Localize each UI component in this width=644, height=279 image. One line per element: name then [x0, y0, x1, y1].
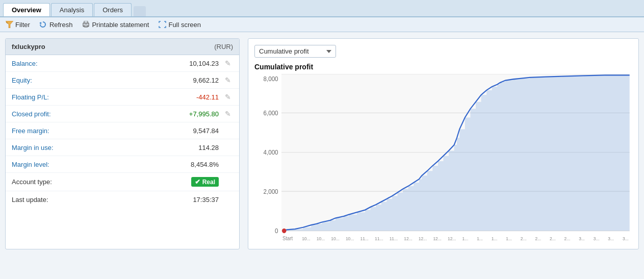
svg-text:10...: 10...: [317, 236, 325, 241]
last-update-value: 17:35:37: [178, 196, 219, 204]
chart-panel: Cumulative profit Balance Equity Profit …: [248, 38, 639, 249]
check-icon: ✔: [195, 178, 200, 186]
svg-text:10...: 10...: [331, 236, 339, 241]
refresh-icon: [39, 20, 47, 29]
margin-level-value: 8,454.8%: [178, 161, 219, 168]
real-label: Real: [202, 179, 215, 186]
equity-edit-icon[interactable]: ✎: [223, 76, 233, 84]
equity-value: 9,662.12: [178, 77, 219, 84]
last-update-label: Last update:: [12, 196, 178, 204]
closed-profit-edit-icon[interactable]: ✎: [223, 110, 233, 118]
svg-text:3...: 3...: [594, 236, 600, 241]
table-row: Floating P/L: -442.11 ✎: [6, 89, 239, 106]
margin-use-label: Margin in use:: [12, 144, 178, 151]
real-badge: ✔ Real: [191, 177, 219, 187]
table-row: Balance: 10,104.23 ✎: [6, 55, 239, 72]
svg-text:2...: 2...: [564, 236, 571, 241]
tab-overview[interactable]: Overview: [3, 3, 50, 16]
svg-text:Start: Start: [282, 235, 293, 241]
svg-text:3...: 3...: [623, 236, 629, 241]
margin-use-value: 114.28: [178, 144, 219, 151]
printable-label: Printable statement: [92, 21, 149, 29]
toolbar: Filter Refresh Printable statement Full …: [0, 17, 644, 32]
account-type-label: Account type:: [12, 178, 191, 186]
printable-button[interactable]: Printable statement: [82, 20, 149, 29]
filter-icon: [5, 20, 13, 29]
account-currency: (RUR): [214, 43, 233, 50]
chart-area: Cumulative profit 0 2,000 4,000 6,000 8,…: [254, 63, 632, 243]
print-icon: [82, 20, 90, 29]
floating-edit-icon[interactable]: ✎: [223, 93, 233, 101]
svg-text:0: 0: [275, 227, 278, 235]
table-row: Closed profit: +7,995.80 ✎: [6, 106, 239, 122]
svg-text:12...: 12...: [404, 236, 412, 241]
balance-label: Balance:: [12, 60, 178, 67]
panel-header: fxluckypro (RUR): [6, 39, 239, 55]
account-type-value: ✔ Real: [191, 177, 219, 187]
account-name: fxluckypro: [12, 43, 45, 50]
svg-text:11...: 11...: [390, 236, 398, 241]
closed-profit-value: +7,995.80: [178, 110, 219, 118]
chart-title: Cumulative profit: [254, 63, 632, 71]
refresh-label: Refresh: [49, 21, 73, 29]
table-row: Margin in use: 114.28 ✎: [6, 139, 239, 156]
svg-text:2...: 2...: [521, 236, 527, 241]
free-margin-value: 9,547.84: [178, 127, 219, 135]
svg-text:1...: 1...: [506, 236, 512, 241]
fullscreen-icon: [158, 20, 166, 29]
chart-svg: 0 2,000 4,000 6,000 8,000 Start 10... 10…: [254, 74, 632, 254]
tab-analysis[interactable]: Analysis: [51, 3, 93, 16]
svg-text:3...: 3...: [579, 236, 585, 241]
table-row: Margin level: 8,454.8% ✎: [6, 156, 239, 173]
svg-text:11...: 11...: [375, 236, 383, 241]
closed-profit-label: Closed profit:: [12, 110, 178, 118]
main-content: fxluckypro (RUR) Balance: 10,104.23 ✎ Eq…: [0, 32, 644, 256]
svg-text:1...: 1...: [462, 236, 469, 241]
svg-marker-2: [39, 22, 41, 24]
account-panel: fxluckypro (RUR) Balance: 10,104.23 ✎ Eq…: [5, 38, 240, 249]
tab-orders[interactable]: Orders: [94, 3, 132, 16]
svg-text:6,000: 6,000: [263, 109, 278, 117]
table-row: Free margin: 9,547.84 ✎: [6, 122, 239, 139]
svg-text:2,000: 2,000: [263, 188, 278, 195]
balance-edit-icon[interactable]: ✎: [223, 59, 233, 67]
free-margin-label: Free margin:: [12, 127, 178, 135]
table-row: Last update: 17:35:37 ✎: [6, 191, 239, 208]
tab-placeholder: [134, 6, 146, 16]
svg-text:1...: 1...: [477, 236, 483, 241]
svg-marker-0: [6, 21, 13, 28]
svg-text:8,000: 8,000: [263, 75, 278, 83]
svg-text:12...: 12...: [419, 236, 427, 241]
margin-level-label: Margin level:: [12, 161, 178, 168]
svg-text:3...: 3...: [608, 236, 614, 241]
svg-text:11...: 11...: [360, 236, 368, 241]
svg-text:4,000: 4,000: [263, 149, 278, 157]
fullscreen-label: Full screen: [168, 21, 201, 29]
table-row: Equity: 9,662.12 ✎: [6, 72, 239, 89]
filter-button[interactable]: Filter: [5, 20, 30, 29]
balance-value: 10,104.23: [178, 60, 219, 67]
svg-text:1...: 1...: [492, 236, 498, 241]
table-row: Account type: ✔ Real ✎: [6, 173, 239, 191]
floating-value: -442.11: [178, 93, 219, 101]
equity-label: Equity:: [12, 77, 178, 84]
chart-controls: Cumulative profit Balance Equity Profit …: [254, 45, 632, 58]
svg-text:2...: 2...: [535, 236, 541, 241]
svg-text:12...: 12...: [448, 236, 456, 241]
svg-text:10...: 10...: [302, 236, 310, 241]
svg-text:2...: 2...: [550, 236, 556, 241]
filter-label: Filter: [15, 21, 30, 29]
fullscreen-button[interactable]: Full screen: [158, 20, 201, 29]
chart-type-select[interactable]: Cumulative profit Balance Equity Profit …: [254, 45, 336, 58]
svg-text:10...: 10...: [346, 236, 354, 241]
refresh-button[interactable]: Refresh: [39, 20, 73, 29]
floating-label: Floating P/L:: [12, 93, 178, 101]
svg-point-42: [282, 229, 286, 233]
svg-text:12...: 12...: [433, 236, 441, 241]
tab-bar: Overview Analysis Orders: [0, 0, 644, 17]
